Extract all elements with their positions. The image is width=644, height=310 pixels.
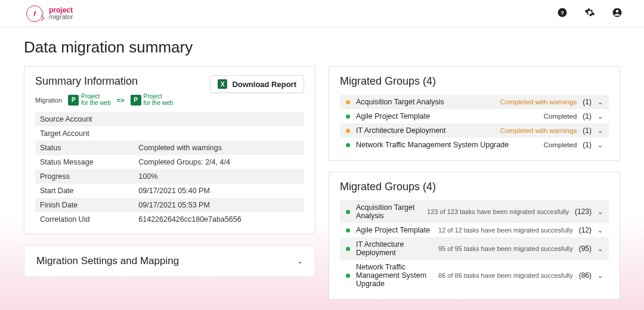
svg-point-3 xyxy=(616,10,619,13)
group-name: Network Traffic Management System Upgrad… xyxy=(356,141,538,149)
group-count: (1) xyxy=(583,141,592,149)
table-row: Correlation Uid61422626426cc180e7aba5656 xyxy=(35,212,304,227)
group-list: Acquisition Target Analysis Completed wi… xyxy=(340,94,609,153)
group-count: (123) xyxy=(575,207,592,216)
chevron-down-icon: ⌄ xyxy=(597,245,603,253)
group-subtext: 95 of 95 tasks have been migrated succes… xyxy=(438,245,573,252)
target-product: Project for the web xyxy=(131,94,173,106)
chevron-down-icon: ⌄ xyxy=(597,98,603,106)
group-list: Acquisition Target Analysis 123 of 123 t… xyxy=(340,199,609,292)
group-name: IT Architecture Deployment xyxy=(356,126,494,135)
migrated-groups-b-title: Migrated Groups (4) xyxy=(340,181,609,193)
group-name: Acquisition Target Analysis xyxy=(356,98,494,106)
table-row: StatusCompleted with warnings xyxy=(35,141,304,155)
chevron-down-icon: ⌄ xyxy=(297,257,303,265)
migrated-groups-card-b: Migrated Groups (4) Acquisition Target A… xyxy=(329,172,620,300)
table-row: Source Account xyxy=(35,112,304,126)
migration-label: Migration xyxy=(35,97,62,104)
brand-text: project migrator xyxy=(49,7,73,20)
target-line2: for the web xyxy=(144,100,173,106)
status-dot-icon xyxy=(346,129,350,133)
group-name: Agile Project Template xyxy=(356,112,538,120)
group-name: Acquisition Target Analysis xyxy=(356,203,421,220)
table-row: Status MessageCompleted Groups: 2/4, 4/4 xyxy=(35,155,304,169)
list-item[interactable]: Agile Project Template 12 of 12 tasks ha… xyxy=(340,223,609,237)
summary-title: Summary Information xyxy=(35,75,173,88)
settings-title: Migration Settings and Mapping xyxy=(36,255,179,267)
svg-text:?: ? xyxy=(561,10,564,16)
chevron-down-icon: ⌄ xyxy=(597,208,603,216)
group-subtext: 12 of 12 tasks have been migrated succes… xyxy=(438,227,573,234)
group-name: IT Architecture Deployment xyxy=(356,240,432,257)
status-dot-icon xyxy=(346,100,350,104)
source-line2: for the web xyxy=(81,100,110,106)
group-name: Agile Project Template xyxy=(356,226,432,234)
page: Data migration summary Summary Informati… xyxy=(0,27,644,310)
chevron-down-icon: ⌄ xyxy=(597,113,603,120)
project-icon xyxy=(131,95,141,106)
brand[interactable]: f project migrator xyxy=(26,5,73,22)
group-status: Completed with warnings xyxy=(500,98,577,106)
status-dot-icon xyxy=(346,274,350,278)
brand-line2: migrator xyxy=(49,14,73,20)
list-item[interactable]: Network Traffic Management System Upgrad… xyxy=(340,138,609,152)
help-icon[interactable]: ? xyxy=(557,7,568,20)
group-name: Network Traffic Management System Upgrad… xyxy=(356,263,432,288)
group-count: (95) xyxy=(579,244,592,253)
source-line1: Project xyxy=(81,93,100,100)
group-count: (12) xyxy=(579,226,592,234)
page-title: Data migration summary xyxy=(24,38,620,57)
list-item[interactable]: Agile Project Template Completed (1) ⌄ xyxy=(340,109,609,123)
download-report-button[interactable]: X Download Report xyxy=(210,75,304,93)
chevron-down-icon: ⌄ xyxy=(597,227,603,234)
chevron-down-icon: ⌄ xyxy=(597,141,603,149)
status-dot-icon xyxy=(346,228,350,232)
settings-card[interactable]: Migration Settings and Mapping ⌄ xyxy=(24,245,315,277)
chevron-down-icon: ⌄ xyxy=(597,272,603,280)
group-status: Completed xyxy=(544,141,577,148)
source-product: Project for the web xyxy=(68,94,110,106)
table-row: Finish Date09/17/2021 05:53 PM xyxy=(35,198,304,212)
group-count: (1) xyxy=(583,98,592,106)
download-report-label: Download Report xyxy=(232,80,296,89)
status-dot-icon xyxy=(346,143,350,147)
status-dot-icon xyxy=(346,210,350,214)
group-subtext: 86 of 86 tasks have been migrated succes… xyxy=(438,272,573,279)
group-count: (86) xyxy=(579,271,592,280)
group-count: (1) xyxy=(583,112,592,120)
gear-icon[interactable] xyxy=(584,7,595,20)
group-status: Completed xyxy=(544,113,577,120)
target-line1: Project xyxy=(144,93,162,100)
list-item[interactable]: Acquisition Target Analysis 123 of 123 t… xyxy=(340,200,609,223)
group-subtext: 123 of 123 tasks have been migrated succ… xyxy=(427,208,569,215)
summary-card: Summary Information Migration Project fo… xyxy=(24,66,315,234)
topbar: f project migrator ? xyxy=(0,0,644,27)
migrated-groups-card-a: Migrated Groups (4) Acquisition Target A… xyxy=(329,66,620,161)
left-column: Summary Information Migration Project fo… xyxy=(24,66,315,310)
table-row: Progress100% xyxy=(35,169,304,184)
excel-icon: X xyxy=(218,79,227,89)
arrow-icon: => xyxy=(117,97,125,104)
list-item[interactable]: IT Architecture Deployment 95 of 95 task… xyxy=(340,237,609,260)
list-item[interactable]: Network Traffic Management System Upgrad… xyxy=(340,260,609,291)
group-count: (1) xyxy=(583,126,592,135)
project-icon xyxy=(68,95,79,106)
chevron-down-icon: ⌄ xyxy=(597,127,603,135)
list-item[interactable]: IT Architecture Deployment Completed wit… xyxy=(340,123,609,138)
top-icons: ? xyxy=(557,7,623,20)
status-dot-icon xyxy=(346,114,350,119)
brand-logo-icon: f xyxy=(26,5,43,22)
group-status: Completed with warnings xyxy=(500,127,577,134)
list-item[interactable]: Acquisition Target Analysis Completed wi… xyxy=(340,95,609,109)
summary-table: Source Account Target Account StatusComp… xyxy=(35,112,304,227)
migration-source-target: Migration Project for the web => xyxy=(35,94,173,106)
right-column: Migrated Groups (4) Acquisition Target A… xyxy=(329,66,620,310)
account-icon[interactable] xyxy=(612,7,623,20)
status-dot-icon xyxy=(346,247,350,251)
migrated-groups-a-title: Migrated Groups (4) xyxy=(340,75,609,88)
table-row: Target Account xyxy=(35,126,304,141)
columns: Summary Information Migration Project fo… xyxy=(24,66,620,310)
table-row: Start Date09/17/2021 05:40 PM xyxy=(35,184,304,198)
